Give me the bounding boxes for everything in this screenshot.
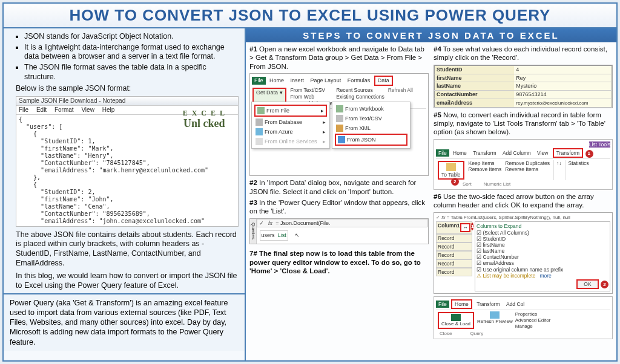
statistics[interactable]: Statistics <box>569 160 589 166</box>
step-6-text: Use the two-side faced arrow button on t… <box>434 193 594 209</box>
ok-button[interactable]: OK <box>576 279 598 289</box>
menu-view[interactable]: View <box>81 106 94 113</box>
tab-insert[interactable]: Insert <box>288 77 307 85</box>
menu-file[interactable]: File <box>19 106 28 113</box>
below-label: Below is the sample JSON format: <box>16 84 239 94</box>
tab-file[interactable]: File <box>252 77 266 85</box>
refresh-all[interactable]: Refresh All <box>388 87 413 94</box>
remove-dup[interactable]: Remove Duplicates <box>505 160 550 166</box>
r5-tab-home[interactable]: Home <box>450 149 469 157</box>
from-online-item[interactable]: From Online Services▸ <box>254 137 328 146</box>
dup-rev: Remove Duplicates Reverse Items <box>505 160 550 180</box>
from-xml-item[interactable]: From XML <box>334 123 408 133</box>
step-2: #2 In 'Import Data' dialog box, navigate… <box>249 178 429 196</box>
from-web[interactable]: From Web <box>291 94 333 100</box>
formula-text: = Json.Document(File. <box>275 220 330 226</box>
properties[interactable]: Properties <box>515 311 551 317</box>
users-cell[interactable]: users List <box>260 230 288 241</box>
r5-tab-view[interactable]: View <box>535 149 550 157</box>
step-3: #3 In the 'Power Query Editor' window th… <box>249 198 429 216</box>
steps-header: STEPS TO CONVERT JSON DATA TO EXCEL <box>246 28 616 42</box>
value-lastname: Mysterio <box>514 82 612 91</box>
to-table-button[interactable]: To Table 2 <box>438 161 464 180</box>
users-label: users <box>262 232 275 238</box>
close-group: Close <box>440 331 452 337</box>
from-database-item[interactable]: From Database▸ <box>254 117 328 127</box>
r5-tab-file[interactable]: File <box>436 149 449 157</box>
rec-5[interactable]: Record <box>436 268 472 276</box>
record-table: StudentID4 firstNameRey lastNameMysterio… <box>434 65 612 108</box>
bullet-item: The JSON file format saves the table dat… <box>24 63 239 82</box>
menu-edit[interactable]: Edit <box>36 106 47 113</box>
keep-items[interactable]: Keep Items <box>469 160 502 166</box>
opt-cn[interactable]: ☑ ContactNumber <box>477 254 608 260</box>
tab-data[interactable]: Data <box>374 76 393 86</box>
hr-tab-file[interactable]: File <box>436 301 449 308</box>
step-1-num: #1 <box>249 45 257 53</box>
badge-1: 1 <box>585 150 593 158</box>
recent-sources[interactable]: Recent Sources <box>336 87 384 94</box>
step-6-num: #6 <box>434 193 441 200</box>
list-tools-header: List Tools <box>589 141 610 148</box>
rec-3[interactable]: Record <box>436 251 472 259</box>
queries-pane-label[interactable]: Queries <box>250 219 257 244</box>
from-workbook-item[interactable]: From Workbook <box>334 104 408 114</box>
hr-tab-home[interactable]: Home <box>451 299 472 309</box>
opt-ln[interactable]: ☑ lastName <box>477 248 608 254</box>
bullet-item: It is a lightweight data-interchange for… <box>24 43 239 62</box>
from-json-item[interactable]: From JSON <box>335 134 407 146</box>
hr-tab-addcol[interactable]: Add Col <box>504 301 527 308</box>
r5-tab-transform[interactable]: Transform <box>470 149 498 157</box>
from-online-label: From Online Services <box>265 138 317 145</box>
hr-tab-transform[interactable]: Transform <box>474 301 502 308</box>
manage[interactable]: Manage <box>515 323 551 330</box>
step-1-text: Open a new excel workbook and navigate t… <box>249 45 424 70</box>
document-page: HOW TO CONVERT JSON TO EXCEL USING POWER… <box>2 2 618 362</box>
from-file-item[interactable]: From File▸ <box>254 105 327 117</box>
r5-tab-transform2[interactable]: Transform <box>553 148 583 158</box>
rec-2[interactable]: Record <box>436 242 472 251</box>
field-email: emailAddress <box>435 99 515 107</box>
tab-formulas[interactable]: Formulas <box>345 77 373 85</box>
reverse-items[interactable]: Reverse Items <box>505 166 550 172</box>
intro-panel: JSON stands for JavaScript Object Notati… <box>4 28 245 293</box>
power-query-info-box: Power Query (aka 'Get & Transform') is a… <box>4 293 245 351</box>
getdata-submenu-right: From Workbook From Text/CSV From XML Fro… <box>332 102 411 149</box>
step-2-text: In 'Import Data' dialog box, navigate an… <box>249 179 416 195</box>
opt-sid[interactable]: ☑ StudentID <box>477 236 608 242</box>
from-json-label: From JSON <box>347 137 376 143</box>
opt-all[interactable]: ☑ (Select All Columns) <box>477 230 608 236</box>
xml-icon <box>336 125 343 132</box>
from-azure-item[interactable]: From Azure▸ <box>254 127 328 137</box>
from-textcsv[interactable]: From Text/CSV <box>291 87 333 94</box>
refresh-icon <box>490 311 500 319</box>
from-file-label: From File <box>266 108 289 114</box>
sort-group: Sort <box>463 181 472 187</box>
opt-prefix[interactable]: ☑ Use original column name as prefix <box>477 267 608 273</box>
expand-columns-screenshot: ✓ fx = Table.FromList(users, Splitter.Sp… <box>434 212 613 294</box>
opt-em[interactable]: ☑ emailAddress <box>477 260 608 266</box>
more-link[interactable]: more <box>539 273 551 279</box>
existing-conn[interactable]: Existing Connections <box>336 94 384 100</box>
menu-format[interactable]: Format <box>54 106 74 113</box>
expand-arrow-button[interactable]: ↔ <box>460 223 470 232</box>
folder-icon <box>257 107 265 114</box>
close-load-button[interactable]: Close & Load <box>438 312 474 329</box>
pq-editor-list-screenshot: Queries ✓ fx = Json.Document(File. users… <box>249 218 429 245</box>
step-7: 7# The final step now is to load this ta… <box>249 249 429 275</box>
rec-4[interactable]: Record <box>436 259 472 268</box>
tab-home[interactable]: Home <box>267 77 286 85</box>
opt-sid-label: StudentID <box>483 236 506 242</box>
rec-1[interactable]: Record <box>436 234 472 242</box>
menu-help[interactable]: Help <box>102 106 115 113</box>
json-sample-text: { "users": [ { "StudentID": 1, "firstNam… <box>16 115 238 226</box>
opt-fn[interactable]: ☑ firstName <box>477 242 608 248</box>
refresh-label[interactable]: Refresh Preview <box>477 319 513 325</box>
adv-editor[interactable]: Advanced Editor <box>515 317 551 323</box>
r5-tab-addcol[interactable]: Add Column <box>500 149 533 157</box>
tab-page-layout[interactable]: Page Layout <box>308 77 344 85</box>
from-textcsv-item[interactable]: From Text/CSV <box>334 114 408 123</box>
json-icon <box>338 136 345 143</box>
badge-2b: 2 <box>601 281 608 288</box>
remove-items[interactable]: Remove Items <box>469 166 502 172</box>
